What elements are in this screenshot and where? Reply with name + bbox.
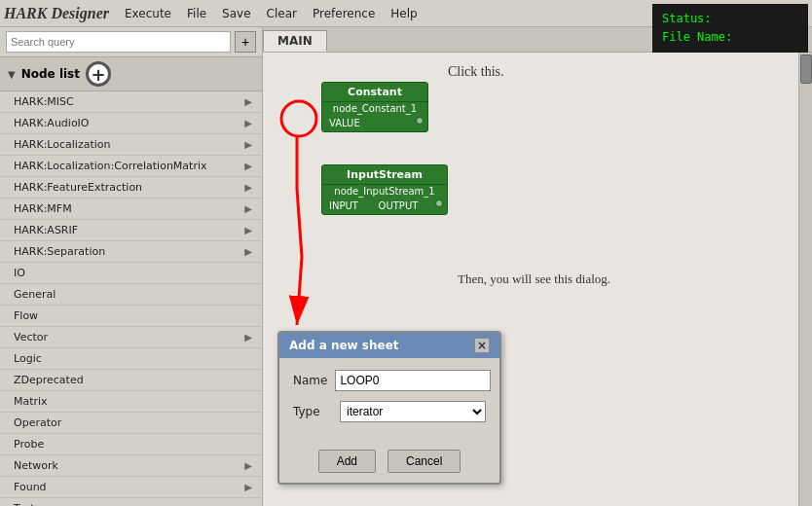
sidebar-search-bar: + xyxy=(0,27,262,57)
dialog-title-bar: Add a new sheet × xyxy=(279,333,499,358)
node-item-13[interactable]: ZDeprecated xyxy=(0,370,262,391)
node-item-1[interactable]: HARK:AudioIO▶ xyxy=(0,113,262,134)
status-label: Status: xyxy=(662,10,798,28)
status-panel: Status: File Name: xyxy=(652,4,808,53)
node-item-17[interactable]: Network▶ xyxy=(0,455,262,477)
node-inputstream[interactable]: InputStream node_InputStream_1 INPUT OUT… xyxy=(321,164,448,215)
node-item-15[interactable]: Operator xyxy=(0,413,262,434)
node-item-11[interactable]: Vector▶ xyxy=(0,327,262,348)
node-item-7[interactable]: HARK:Separation▶ xyxy=(0,241,262,263)
dialog-type-row: Type iterator simple xyxy=(293,401,486,422)
constant-value-port: VALUE xyxy=(326,117,363,129)
dialog-type-select[interactable]: iterator simple xyxy=(340,401,486,422)
node-list-title: Node list xyxy=(21,67,80,81)
node-constant[interactable]: Constant node_Constant_1 VALUE xyxy=(321,82,428,132)
tab-main[interactable]: MAIN xyxy=(263,30,327,52)
svg-point-0 xyxy=(281,101,316,136)
menu-file[interactable]: File xyxy=(179,4,214,23)
dialog-name-input[interactable] xyxy=(335,370,491,391)
node-inputstream-ports: INPUT OUTPUT xyxy=(322,198,447,214)
node-item-6[interactable]: HARK:ASRIF▶ xyxy=(0,220,262,241)
dialog-name-row: Name xyxy=(293,370,486,391)
node-item-16[interactable]: Probe xyxy=(0,434,262,455)
dialog-add-button[interactable]: Add xyxy=(318,450,376,473)
dialog-buttons: Add Cancel xyxy=(279,444,499,483)
node-inputstream-id: node_InputStream_1 xyxy=(322,185,447,198)
menu-clear[interactable]: Clear xyxy=(259,4,305,23)
sidebar: + ▼ Node list + HARK:MISC▶HARK:AudioIO▶H… xyxy=(0,27,263,506)
node-list-arrow: ▼ xyxy=(8,69,16,80)
node-item-10[interactable]: Flow xyxy=(0,306,262,327)
node-item-14[interactable]: Matrix xyxy=(0,391,262,413)
dialog-type-label: Type xyxy=(293,405,332,418)
node-item-0[interactable]: HARK:MISC▶ xyxy=(0,91,262,113)
node-inputstream-title: InputStream xyxy=(322,165,447,185)
menu-save[interactable]: Save xyxy=(214,4,258,23)
search-input[interactable] xyxy=(6,31,231,53)
node-item-3[interactable]: HARK:Localization:CorrelationMatrix▶ xyxy=(0,156,262,177)
node-constant-title: Constant xyxy=(322,83,427,102)
menu-help[interactable]: Help xyxy=(383,4,424,23)
menu-execute[interactable]: Execute xyxy=(117,4,179,23)
node-item-2[interactable]: HARK:Localization▶ xyxy=(0,134,262,156)
inputstream-output-port: OUTPUT xyxy=(376,199,422,212)
dialog-title: Add a new sheet xyxy=(289,339,399,352)
add-new-sheet-dialog: Add a new sheet × Name Type iterator sim… xyxy=(277,331,501,485)
filename-label: File Name: xyxy=(662,28,798,47)
dialog-overlay: Add a new sheet × Name Type iterator sim… xyxy=(277,331,501,485)
canvas-scrollbar[interactable] xyxy=(798,53,812,506)
node-item-19[interactable]: Test xyxy=(0,498,262,506)
annotation-click-this: Click this. xyxy=(448,64,504,80)
menu-preference[interactable]: Preference xyxy=(305,4,383,23)
dialog-cancel-button[interactable]: Cancel xyxy=(388,450,461,473)
node-item-4[interactable]: HARK:FeatureExtraction▶ xyxy=(0,177,262,199)
search-add-button[interactable]: + xyxy=(235,31,256,53)
constant-port-dot[interactable] xyxy=(416,117,424,125)
node-constant-id: node_Constant_1 xyxy=(322,102,427,115)
node-item-5[interactable]: HARK:MFM▶ xyxy=(0,199,262,220)
node-item-12[interactable]: Logic xyxy=(0,348,262,370)
add-node-button[interactable]: + xyxy=(86,61,111,87)
inputstream-input-port: INPUT xyxy=(326,199,361,212)
dialog-body: Name Type iterator simple xyxy=(279,358,499,444)
inputstream-port-dot[interactable] xyxy=(435,199,443,207)
node-item-8[interactable]: IO xyxy=(0,263,262,284)
node-items-list: HARK:MISC▶HARK:AudioIO▶HARK:Localization… xyxy=(0,91,262,506)
app-title: HARK Designer xyxy=(4,5,109,22)
node-item-9[interactable]: General xyxy=(0,284,262,306)
annotation-then-dialog: Then, you will see this dialog. xyxy=(458,271,610,287)
node-item-18[interactable]: Found▶ xyxy=(0,477,262,498)
node-list-header: ▼ Node list + xyxy=(0,57,262,91)
dialog-name-label: Name xyxy=(293,374,327,387)
dialog-close-button[interactable]: × xyxy=(474,338,490,353)
node-constant-ports: VALUE xyxy=(322,115,427,131)
